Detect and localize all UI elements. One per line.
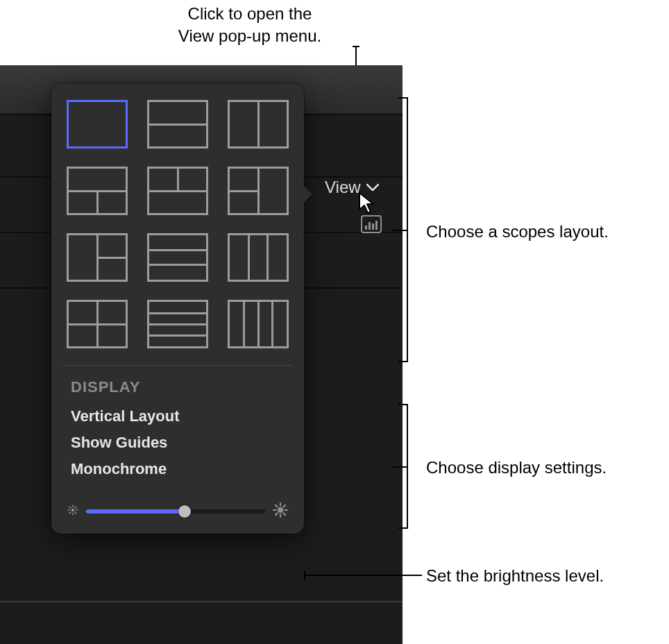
layout-4up[interactable] — [67, 300, 128, 348]
menu-item-show-guides[interactable]: Show Guides — [67, 430, 289, 456]
svg-line-8 — [75, 507, 76, 508]
scopes-icon[interactable] — [361, 215, 382, 233]
menu-item-vertical-layout[interactable]: Vertical Layout — [67, 403, 289, 430]
bracket-layouts — [398, 97, 408, 362]
callout-view-popup: Click to open the View pop-up menu. — [139, 3, 361, 48]
layout-3rows[interactable] — [147, 233, 208, 282]
layout-4rows[interactable] — [147, 300, 208, 348]
view-button-label: View — [325, 178, 361, 197]
menu-item-monochrome[interactable]: Monochrome — [67, 456, 289, 482]
layout-2up-lr[interactable] — [228, 100, 289, 149]
layout-4cols[interactable] — [228, 300, 289, 348]
chevron-down-icon — [366, 183, 379, 192]
bracket-display — [398, 404, 408, 529]
layout-3b[interactable] — [147, 167, 208, 215]
layout-3d[interactable] — [67, 233, 128, 282]
callout-display-settings: Choose display settings. — [426, 457, 607, 479]
layout-3a[interactable] — [67, 167, 128, 215]
brightness-slider-thumb[interactable] — [178, 505, 191, 518]
view-popup-button[interactable]: View — [319, 173, 384, 201]
display-section-header: DISPLAY — [71, 378, 289, 396]
brightness-low-icon — [67, 504, 79, 519]
svg-line-14 — [276, 505, 278, 507]
layout-1up[interactable] — [67, 100, 128, 149]
brightness-slider[interactable] — [86, 505, 265, 518]
svg-line-15 — [283, 513, 285, 515]
layout-2up-tb[interactable] — [147, 100, 208, 149]
svg-line-16 — [276, 513, 278, 515]
brightness-high-icon — [272, 502, 289, 521]
layout-3c[interactable] — [228, 167, 289, 215]
scopes-layout-grid — [67, 100, 289, 348]
svg-point-9 — [278, 507, 283, 513]
svg-line-6 — [75, 512, 76, 514]
popup-divider — [62, 365, 293, 366]
view-popup-panel: DISPLAY Vertical LayoutShow GuidesMonoch… — [51, 83, 304, 534]
layout-3cols[interactable] — [228, 233, 289, 282]
svg-point-0 — [71, 509, 75, 512]
leader-brightness — [305, 575, 422, 576]
brightness-row — [67, 502, 289, 521]
svg-line-7 — [69, 512, 71, 514]
callout-brightness: Set the brightness level. — [426, 565, 604, 587]
callout-scopes-layout: Choose a scopes layout. — [426, 221, 609, 243]
svg-line-5 — [69, 507, 71, 508]
svg-line-17 — [283, 505, 285, 507]
